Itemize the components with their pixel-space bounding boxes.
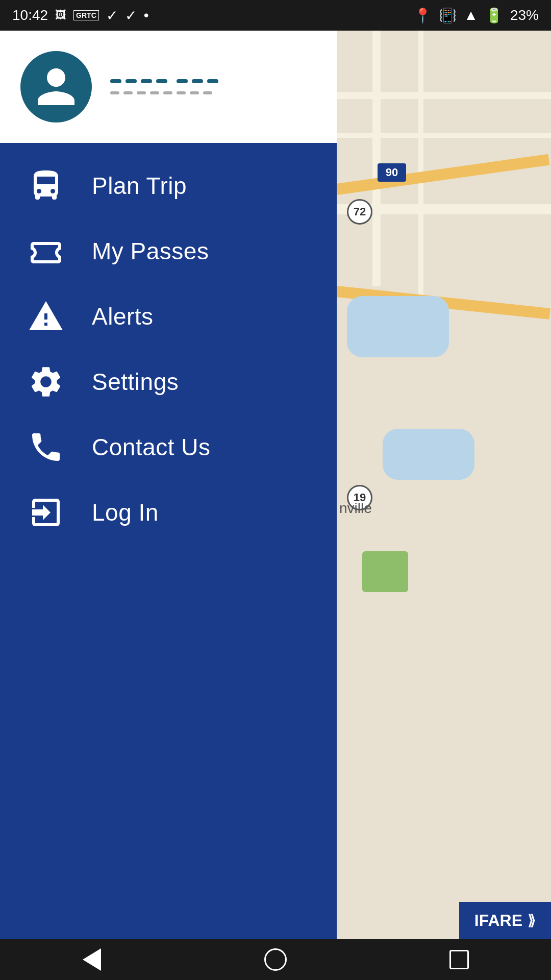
menu-item-my-passes[interactable]: My Passes: [0, 218, 337, 284]
fare-banner: IFARE ⟫: [459, 902, 551, 939]
check1-icon: ✓: [106, 7, 118, 24]
alert-icon: [26, 298, 66, 335]
avatar: [20, 51, 92, 122]
time-display: 10:42: [12, 7, 48, 23]
usersub-dots: [110, 91, 218, 94]
recents-button[interactable]: [439, 944, 480, 975]
dot-icon: •: [144, 7, 149, 23]
status-bar: 10:42 🖼 GRTC ✓ ✓ • 📍 📳 ▲ 🔋 23%: [0, 0, 551, 31]
status-left: 10:42 🖼 GRTC ✓ ✓ •: [12, 7, 149, 24]
user-avatar-icon: [33, 64, 79, 110]
wifi-icon: ▲: [464, 7, 478, 23]
log-in-label: Log In: [92, 499, 159, 526]
gear-icon: [26, 363, 66, 400]
menu-item-log-in[interactable]: Log In: [0, 480, 337, 545]
circle-72-badge: 72: [347, 199, 372, 225]
drawer-menu: Plan Trip My Passes Alerts: [0, 143, 337, 939]
battery-icon: 🔋: [485, 7, 503, 24]
back-button[interactable]: [71, 944, 112, 975]
home-button[interactable]: [255, 944, 296, 975]
alerts-label: Alerts: [92, 303, 154, 330]
nav-bar: [0, 939, 551, 980]
location-icon: 📍: [414, 7, 432, 24]
passes-icon: [26, 233, 66, 270]
settings-label: Settings: [92, 368, 179, 396]
menu-item-settings[interactable]: Settings: [0, 349, 337, 414]
bus-icon: [26, 167, 66, 204]
grtc-icon: GRTC: [73, 10, 99, 20]
my-passes-label: My Passes: [92, 237, 209, 265]
check2-icon: ✓: [125, 7, 137, 24]
phone-icon: [26, 429, 66, 465]
login-icon: [26, 494, 66, 531]
shield-90-badge: 90: [378, 163, 406, 182]
side-drawer: Plan Trip My Passes Alerts: [0, 31, 337, 939]
username-dots: [110, 79, 218, 83]
user-info: [110, 79, 218, 94]
menu-item-plan-trip[interactable]: Plan Trip: [0, 153, 337, 218]
plan-trip-label: Plan Trip: [92, 172, 187, 200]
status-right: 📍 📳 ▲ 🔋 23%: [414, 7, 539, 24]
photo-icon: 🖼: [55, 9, 66, 22]
menu-item-contact-us[interactable]: Contact Us: [0, 414, 337, 480]
contact-us-label: Contact Us: [92, 433, 211, 461]
menu-item-alerts[interactable]: Alerts: [0, 284, 337, 349]
vibrate-icon: 📳: [439, 7, 457, 24]
drawer-header: [0, 31, 337, 143]
battery-percent: 23%: [510, 7, 539, 23]
